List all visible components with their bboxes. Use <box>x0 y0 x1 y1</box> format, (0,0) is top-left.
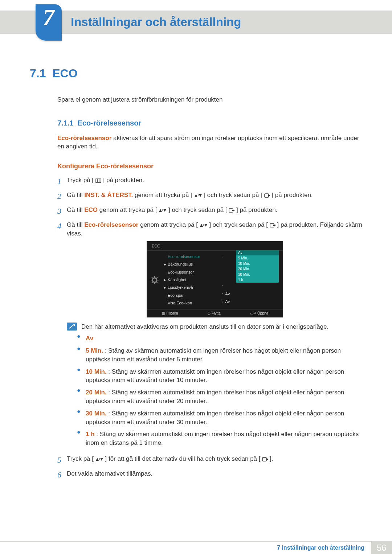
subsection-num: 7.1.1 <box>57 119 73 127</box>
osd-val: : Av <box>221 290 283 298</box>
osd-footer: ▥ Tillbaka ◇ Flytta ▭↵ Öppna <box>147 309 283 317</box>
step-4: 4 Gå till Eco-rörelsesensor genom att tr… <box>57 221 363 451</box>
t: genom att trycka på [ <box>98 206 157 213</box>
step-body: Gå till Eco-rörelsesensor genom att tryc… <box>67 221 363 451</box>
t: ] på produkten. <box>103 177 144 184</box>
svg-line-17 <box>156 277 158 278</box>
t: 20 Min. <box>86 389 107 396</box>
config-heading: Konfigurera Eco-rörelsesensor <box>57 162 363 171</box>
chapter-number-badge: 7 <box>36 4 62 41</box>
subsection-desc: Eco-rörelsesensor aktiveras för att spar… <box>57 134 363 151</box>
osd-dropdown-item: 10 Min. <box>236 261 279 266</box>
osd-dropdown-item: 5 Min. <box>236 255 279 261</box>
bullet: ●20 Min. : Stäng av skärmen automatiskt … <box>77 388 363 406</box>
step-body: Tryck på [ ] på produkten. <box>67 176 363 187</box>
osd-dropdown-item: 30 Min. <box>236 272 279 277</box>
page-content: 7.1 ECO Spara el genom att justera ström… <box>30 65 363 484</box>
step-num: 4 <box>57 221 67 451</box>
t: Tryck på [ <box>67 455 94 462</box>
t: genom att trycka på [ <box>133 192 192 198</box>
step-body: Det valda alternativet tillämpas. <box>67 469 363 481</box>
enter-icon <box>262 457 268 461</box>
svg-point-9 <box>152 278 157 282</box>
svg-rect-8 <box>273 225 275 226</box>
t: Gå till <box>67 221 84 228</box>
t: ] på produkten. <box>271 192 313 198</box>
step-num: 3 <box>57 206 67 217</box>
subsection-heading: 7.1.1 Eco-rörelsesensor <box>57 118 363 128</box>
menu-ref: Eco-rörelsesensor <box>84 221 138 228</box>
step-num: 1 <box>57 176 67 187</box>
osd-item: ▸Bakgrundsljus <box>163 260 221 268</box>
menu-ref: INST. & ÅTERST. <box>84 192 133 198</box>
step-body: Tryck på [ ] för att gå till det alterna… <box>67 455 363 466</box>
osd-dropdown-selected: Av <box>236 250 279 255</box>
t: : Stäng av skärmen automatiskt om ingen … <box>86 389 344 405</box>
osd-val: : Av <box>221 298 283 305</box>
osd-item-names: Eco-rörelsesensor ▸Bakgrundsljus Eco-lju… <box>163 253 221 307</box>
t: ] och tryck sedan på [ <box>168 206 227 213</box>
t: Gå till <box>67 206 84 213</box>
t: ] på produkten. <box>236 206 277 213</box>
bullet: ●1 h : Stäng av skärmen automatiskt om i… <box>77 430 363 447</box>
t: ] och tryck sedan på [ <box>204 192 262 198</box>
subsection-title: Eco-rörelsesensor <box>78 119 142 127</box>
t: ] för att gå till det alternativ du vill… <box>105 455 260 462</box>
page-footer: 7 Inställningar och återställning 56 <box>0 541 392 554</box>
updown-icon <box>194 193 202 198</box>
step-body: Gå till INST. & ÅTERST. genom att trycka… <box>67 191 363 202</box>
step-2: 2 Gå till INST. & ÅTERST. genom att tryc… <box>57 191 363 202</box>
footer-page-num: 56 <box>371 541 392 554</box>
t: 30 Min. <box>86 410 107 417</box>
step-5: 5 Tryck på [ ] för att gå till det alter… <box>57 455 363 466</box>
osd-footer-open: ▭↵ Öppna <box>250 311 268 316</box>
svg-line-14 <box>152 277 153 278</box>
chapter-title: Inställningar och återställning <box>71 14 241 30</box>
svg-line-15 <box>156 282 158 283</box>
desc-term: Eco-rörelsesensor <box>57 135 111 141</box>
step-num: 2 <box>57 191 67 202</box>
section-title: ECO <box>52 67 77 80</box>
osd-dropdown-item: 1 h <box>236 277 279 283</box>
t: : Stäng av skärmen automatiskt om ingen … <box>86 410 344 426</box>
note-text: Den här alternativet avaktiveras om prod… <box>81 323 363 331</box>
enter-icon <box>264 193 270 198</box>
osd-section-icon <box>147 253 163 307</box>
section-num: 7.1 <box>30 67 46 80</box>
menu-button-icon <box>95 178 101 183</box>
steps-list: 1 Tryck på [ ] på produkten. 2 Gå till I… <box>57 176 363 480</box>
svg-rect-4 <box>268 195 270 196</box>
bullet: ●10 Min. : Stäng av skärmen automatiskt … <box>77 368 363 385</box>
t: ] och tryck sedan på [ <box>209 221 268 228</box>
bullet: ●Av <box>77 334 363 343</box>
section-heading: 7.1 ECO <box>30 65 363 82</box>
step-num: 6 <box>57 469 67 481</box>
osd-dropdown-item: 20 Min. <box>236 266 279 272</box>
svg-rect-19 <box>266 459 268 460</box>
t: : Stäng av skärmen automatiskt om ingen … <box>86 347 341 363</box>
osd-menu-screenshot: ECO Eco-rörelsesensor ▸Bakgrundsljus Eco… <box>147 241 283 317</box>
menu-ref: ECO <box>84 206 98 213</box>
t: Gå till <box>67 192 84 198</box>
osd-footer-move: ◇ Flytta <box>208 311 220 316</box>
osd-item: ▸Ljusstyrkenivå <box>163 284 221 291</box>
note: Den här alternativet avaktiveras om prod… <box>67 323 363 331</box>
bullet: ●5 Min. : Stäng av skärmen automatiskt o… <box>77 346 363 364</box>
t: 5 Min. <box>86 347 103 354</box>
osd-item: Eco-ljussensor <box>163 268 221 276</box>
updown-icon <box>95 457 103 461</box>
osd-item: ▸Känslighet <box>163 276 221 284</box>
osd-val: : <box>221 282 283 290</box>
osd-item: Eco-rörelsesensor <box>163 253 221 260</box>
step-body: Gå till ECO genom att trycka på [ ] och … <box>67 206 363 217</box>
note-icon <box>67 323 77 331</box>
updown-icon <box>159 208 167 213</box>
osd-item-values: : Av 5 Min. 10 Min. 20 Min. 30 Min. 1 h … <box>221 253 283 307</box>
bullet: ●30 Min. : Stäng av skärmen automatiskt … <box>77 409 363 427</box>
step-3: 3 Gå till ECO genom att trycka på [ ] oc… <box>57 206 363 217</box>
updown-icon <box>200 223 208 227</box>
osd-title: ECO <box>147 241 283 250</box>
osd-item: Visa Eco-ikon <box>163 299 221 307</box>
enter-icon <box>270 223 275 227</box>
footer-text: 7 Inställningar och återställning <box>277 544 364 552</box>
